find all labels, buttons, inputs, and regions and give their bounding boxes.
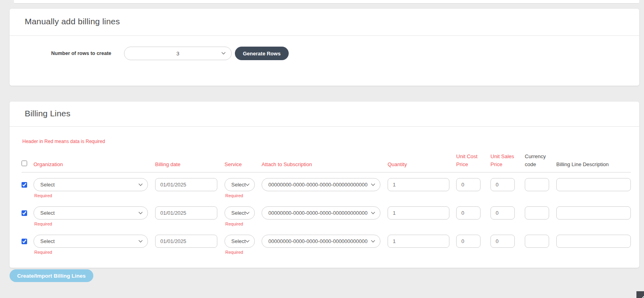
column-header-service: Service — [225, 161, 262, 169]
column-header-billing-date: Billing date — [155, 161, 225, 169]
service-select-value: Select — [231, 238, 246, 244]
diagonal-line-icon — [640, 295, 644, 298]
subscription-select[interactable]: 00000000-0000-0000-0000-000000000000 — [262, 206, 380, 220]
currency-code-input[interactable] — [525, 178, 549, 191]
quantity-input[interactable] — [388, 206, 449, 220]
organization-select-value: Select — [40, 238, 55, 244]
chevron-down-icon — [246, 238, 250, 242]
select-all-checkbox[interactable] — [22, 161, 27, 166]
organization-select-value: Select — [40, 182, 55, 188]
chevron-down-icon — [246, 210, 250, 214]
billing-date-input[interactable] — [155, 178, 217, 191]
rows-count-select-value: 3 — [124, 51, 231, 57]
generate-rows-button[interactable]: Generate Rows — [235, 47, 289, 60]
bottom-right-widget[interactable] — [636, 291, 644, 298]
billing-date-input[interactable] — [155, 235, 217, 248]
chevron-down-icon — [371, 238, 375, 242]
chevron-down-icon — [139, 238, 143, 242]
organization-select[interactable]: Select — [33, 235, 148, 248]
unit-sales-price-input[interactable] — [490, 235, 515, 248]
column-header-currency-code: Currency code — [525, 153, 556, 169]
table-header-row: Organization Billing date Service Attach… — [22, 153, 631, 173]
create-import-billing-lines-button[interactable]: Create/Import Billing Lines — [10, 269, 93, 282]
chevron-down-icon — [246, 182, 250, 186]
row-checkbox[interactable] — [22, 182, 27, 188]
service-select-value: Select — [231, 182, 246, 188]
billing-line-row: Select Required Select Required — [22, 206, 631, 226]
manual-add-card: Manually add billing lines Number of row… — [10, 9, 639, 86]
chevron-down-icon — [139, 182, 143, 186]
column-header-organization: Organization — [33, 161, 155, 169]
billing-line-row: Select Required Select Required — [22, 235, 631, 255]
subscription-select-value: 00000000-0000-0000-0000-000000000000 — [268, 238, 368, 244]
currency-code-input[interactable] — [525, 206, 549, 220]
billing-line-row: Select Required Select Required — [22, 178, 631, 198]
service-select[interactable]: Select — [225, 178, 255, 191]
service-select-value: Select — [231, 210, 246, 216]
billing-lines-table: Organization Billing date Service Attach… — [22, 153, 631, 255]
rows-to-create-label: Number of rows to create — [10, 51, 111, 56]
quantity-input[interactable] — [388, 235, 449, 248]
rows-count-select[interactable]: 3 — [124, 47, 232, 60]
required-note: Required — [225, 193, 262, 198]
service-select[interactable]: Select — [225, 235, 255, 248]
subscription-select-value: 00000000-0000-0000-0000-000000000000 — [268, 210, 368, 216]
quantity-input[interactable] — [388, 178, 449, 191]
organization-select[interactable]: Select — [33, 206, 148, 220]
unit-cost-price-input[interactable] — [456, 178, 481, 191]
page: Manually add billing lines Number of row… — [0, 0, 644, 298]
unit-cost-price-input[interactable] — [456, 206, 481, 220]
billing-line-description-input[interactable] — [556, 235, 631, 248]
subscription-select[interactable]: 00000000-0000-0000-0000-000000000000 — [262, 178, 380, 191]
chevron-down-icon — [371, 182, 375, 186]
unit-sales-price-input[interactable] — [490, 206, 515, 220]
currency-code-input[interactable] — [525, 235, 549, 248]
manual-add-card-header: Manually add billing lines — [10, 9, 639, 36]
column-header-unit-cost-price: Unit Cost Price — [456, 153, 490, 169]
billing-line-description-input[interactable] — [556, 178, 631, 191]
rows-to-create-form: Number of rows to create 3 Generate Rows — [10, 36, 639, 60]
subscription-select-value: 00000000-0000-0000-0000-000000000000 — [268, 182, 368, 188]
column-header-attach-to-subscription: Attach to Subscription — [262, 161, 388, 169]
billing-lines-card-header: Billing Lines — [10, 102, 639, 127]
select-all-cell — [22, 161, 33, 169]
billing-lines-card-body: Header in Red means data is Required Org… — [10, 139, 639, 255]
required-note: Required — [33, 250, 155, 255]
column-header-billing-line-description: Billing Line Description — [556, 161, 631, 169]
required-banner: Header in Red means data is Required — [22, 139, 631, 144]
column-header-quantity: Quantity — [388, 161, 456, 169]
subscription-select[interactable]: 00000000-0000-0000-0000-000000000000 — [262, 235, 380, 248]
billing-lines-card-title: Billing Lines — [25, 109, 624, 118]
required-note: Required — [33, 222, 155, 226]
top-partial-panel — [14, 0, 639, 4]
manual-add-card-title: Manually add billing lines — [25, 17, 624, 26]
chevron-down-icon — [371, 210, 375, 214]
unit-cost-price-input[interactable] — [456, 235, 481, 248]
row-checkbox[interactable] — [22, 210, 27, 216]
required-note: Required — [225, 222, 262, 226]
organization-select-value: Select — [40, 210, 55, 216]
billing-lines-card: Billing Lines Header in Red means data i… — [10, 102, 639, 268]
billing-date-input[interactable] — [155, 206, 217, 220]
billing-line-description-input[interactable] — [556, 206, 631, 220]
required-note: Required — [225, 250, 262, 255]
column-header-unit-sales-price: Unit Sales Price — [490, 153, 525, 169]
chevron-down-icon — [139, 210, 143, 214]
unit-sales-price-input[interactable] — [490, 178, 515, 191]
required-note: Required — [33, 193, 155, 198]
service-select[interactable]: Select — [225, 206, 255, 220]
row-checkbox[interactable] — [22, 239, 27, 244]
organization-select[interactable]: Select — [33, 178, 148, 191]
